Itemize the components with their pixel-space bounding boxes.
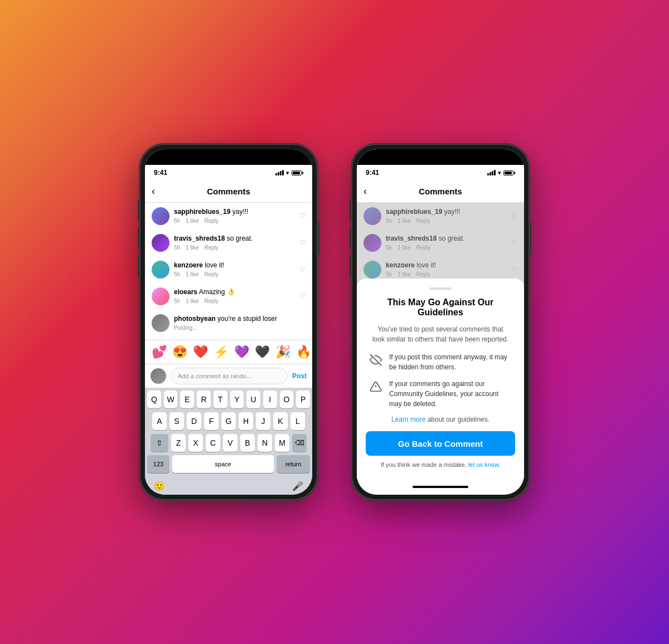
comment-text: kenzoere love it! (174, 261, 295, 270)
reply-link[interactable]: Reply (204, 271, 219, 277)
emoji-black-heart[interactable]: 🖤 (255, 345, 270, 359)
backspace-key[interactable]: ⌫ (292, 434, 307, 452)
key-c[interactable]: C (206, 434, 220, 452)
notch-bar (145, 149, 312, 165)
key-y[interactable]: Y (230, 391, 244, 408)
emoji-bar: 💕 😍 ❤️ ⚡ 💜 🖤 🎉 🔥 (145, 340, 312, 364)
comment-text: photosbyean you're a stupid loser (174, 314, 306, 324)
comment-body: sapphireblues_19 yay!!! 5h 1 like Reply (174, 207, 295, 224)
number-key[interactable]: 123 (147, 455, 169, 473)
key-f[interactable]: F (204, 412, 219, 430)
comment-text: sapphireblues_19 yay!!! (174, 207, 295, 217)
key-b[interactable]: B (240, 434, 255, 452)
avatar (152, 261, 169, 279)
emoji-love-eyes[interactable]: 😍 (172, 345, 187, 359)
comment-likes: 1 like (186, 245, 198, 251)
emoji-red-heart[interactable]: ❤️ (193, 345, 208, 359)
keyboard-bottom-row: 123 space return (145, 453, 312, 477)
let-us-know-link[interactable]: let us know (468, 461, 498, 468)
return-key[interactable]: return (277, 455, 310, 473)
key-m[interactable]: M (275, 434, 289, 452)
heart-icon[interactable]: ♡ (299, 212, 306, 220)
sheet-warning-2-text: If your comments go against our Communit… (389, 379, 513, 409)
emoji-keyboard-icon[interactable]: 🙂 (154, 481, 165, 491)
comment-username: travis_shreds18 (174, 235, 225, 242)
table-row: photosbyean you're a stupid loser Postin… (145, 310, 312, 336)
phone-right: 9:41 ▾ ‹ Comments (351, 144, 530, 500)
key-t[interactable]: T (214, 391, 227, 408)
reply-link[interactable]: Reply (204, 245, 219, 251)
status-bar-right: 9:41 ▾ (357, 165, 524, 180)
post-button[interactable]: Post (292, 372, 307, 380)
key-o[interactable]: O (280, 391, 294, 408)
comment-likes: 1 like (186, 271, 198, 277)
page-title-left: Comments (207, 187, 250, 196)
signal-bars-right (487, 170, 496, 175)
status-time-left: 9:41 (154, 169, 167, 177)
keyboard-row-1: Q W E R T Y U I O P (145, 388, 312, 409)
comment-meta: 5h 1 like Reply (174, 298, 295, 304)
key-j[interactable]: J (256, 412, 270, 430)
status-time-right: 9:41 (366, 169, 379, 177)
key-k[interactable]: K (273, 412, 288, 430)
emoji-party[interactable]: 🎉 (275, 345, 290, 359)
reply-link[interactable]: Reply (204, 298, 219, 304)
emoji-purple-heart[interactable]: 💜 (234, 345, 249, 359)
go-back-button[interactable]: Go Back to Comment (366, 431, 515, 456)
key-l[interactable]: L (290, 412, 305, 430)
key-x[interactable]: X (188, 434, 203, 452)
comment-meta: 5h 1 like Reply (174, 218, 295, 224)
user-avatar (151, 368, 166, 384)
learn-more-link[interactable]: Learn more (391, 416, 425, 423)
emoji-fire[interactable]: 🔥 (296, 345, 311, 359)
emoji-hearts[interactable]: 💕 (152, 345, 167, 359)
back-button-left[interactable]: ‹ (152, 186, 155, 197)
heart-icon[interactable]: ♡ (299, 292, 306, 300)
posting-status: Posting... (174, 325, 197, 331)
comment-placeholder: Add a comment as rando... (178, 373, 251, 379)
sheet-warning-2-row: If your comments go against our Communit… (366, 379, 515, 409)
key-e[interactable]: E (180, 391, 194, 408)
signal-bars (275, 170, 284, 175)
comment-body: travis_shreds18 so great. 5h 1 like Repl… (174, 234, 295, 251)
reply-link[interactable]: Reply (204, 218, 219, 224)
page-title-right: Comments (419, 187, 462, 196)
microphone-icon[interactable]: 🎤 (292, 481, 303, 491)
key-z[interactable]: Z (171, 434, 186, 452)
keyboard-row-3: ⇧ Z X C V B N M ⌫ (145, 431, 312, 453)
key-w[interactable]: W (164, 391, 178, 408)
comments-list-right: sapphireblues_19 yay!!! 5h 1 like Reply … (357, 203, 524, 479)
key-u[interactable]: U (246, 391, 260, 408)
shift-key[interactable]: ⇧ (151, 434, 168, 452)
key-n[interactable]: N (258, 434, 272, 452)
comment-time: 5h (174, 271, 180, 277)
avatar (152, 234, 169, 252)
learn-more-suffix: about our guidelines. (425, 416, 489, 423)
keyboard[interactable]: Q W E R T Y U I O P A S D F G H J K L (145, 388, 312, 495)
back-button-right[interactable]: ‹ (363, 186, 367, 197)
comment-time: 5h (174, 298, 180, 304)
comment-input-row: Add a comment as rando... Post (145, 364, 312, 388)
wifi-icon: ▾ (286, 169, 289, 177)
comment-username: kenzoere (174, 261, 203, 269)
key-v[interactable]: V (223, 434, 237, 452)
key-r[interactable]: R (197, 391, 211, 408)
key-g[interactable]: G (221, 412, 236, 430)
heart-icon[interactable]: ♡ (299, 239, 306, 247)
space-key[interactable]: space (172, 455, 274, 473)
key-q[interactable]: Q (147, 391, 161, 408)
status-bar-left: 9:41 ▾ (145, 165, 312, 180)
heart-icon[interactable]: ♡ (299, 266, 306, 274)
key-a[interactable]: A (152, 412, 167, 430)
comment-username: photosbyean (174, 315, 216, 323)
comment-input-box[interactable]: Add a comment as rando... (171, 368, 288, 384)
notch-bar-right (357, 149, 524, 165)
key-s[interactable]: S (169, 412, 184, 430)
key-d[interactable]: D (187, 412, 201, 430)
comment-text: eloears Amazing 👌 (174, 287, 295, 297)
key-h[interactable]: H (239, 412, 253, 430)
emoji-bolt[interactable]: ⚡ (214, 345, 229, 359)
key-p[interactable]: P (296, 391, 310, 408)
table-row: sapphireblues_19 yay!!! 5h 1 like Reply … (145, 203, 312, 230)
key-i[interactable]: I (263, 391, 277, 408)
